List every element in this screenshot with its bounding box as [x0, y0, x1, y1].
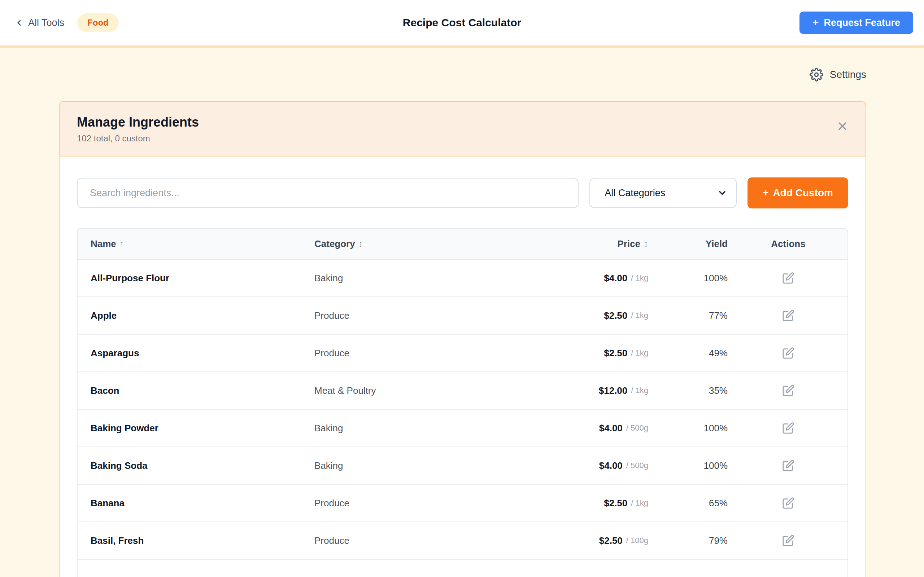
- ingredient-yield: 100%: [648, 460, 742, 471]
- table-row: Baking Powder Baking $4.00 / 500g 100%: [78, 410, 848, 447]
- ingredient-price: $2.50 / 1kg: [495, 310, 648, 321]
- header-left: All Tools Food: [15, 13, 119, 32]
- table-row: All-Purpose Flour Baking $4.00 / 1kg 100…: [78, 259, 848, 297]
- edit-icon: [782, 422, 795, 434]
- price-value: $4.00: [604, 272, 627, 284]
- ingredient-price: $2.50 / 1kg: [495, 348, 648, 359]
- add-custom-button[interactable]: + Add Custom: [748, 177, 848, 208]
- sort-both-icon: ↕: [359, 239, 363, 249]
- ingredient-category: Baking: [314, 423, 495, 434]
- edit-button[interactable]: [782, 347, 795, 359]
- panel-header: Manage Ingredients 102 total, 0 custom: [60, 102, 866, 156]
- ingredient-actions: [742, 272, 835, 284]
- price-unit: / 1kg: [631, 311, 648, 320]
- ingredient-price: $4.00 / 1kg: [495, 272, 648, 284]
- close-button[interactable]: [836, 120, 849, 133]
- ingredient-category: Produce: [314, 535, 495, 546]
- edit-button[interactable]: [782, 497, 795, 509]
- edit-button[interactable]: [782, 422, 795, 434]
- controls-row: All Categories + Add Custom: [77, 177, 848, 208]
- price-value: $4.00: [599, 423, 623, 434]
- gear-icon: [809, 68, 823, 82]
- ingredient-name: Baking Soda: [78, 460, 314, 471]
- panel-subtitle: 102 total, 0 custom: [77, 134, 199, 143]
- edit-icon: [782, 534, 795, 547]
- close-icon: [836, 120, 849, 133]
- edit-button[interactable]: [782, 534, 795, 547]
- category-select-wrap: All Categories: [590, 178, 737, 208]
- ingredient-price: $4.00 / 500g: [495, 423, 648, 434]
- edit-icon: [782, 309, 795, 322]
- edit-button[interactable]: [782, 459, 795, 472]
- column-header-price[interactable]: Price ↕: [495, 239, 648, 250]
- main-content: Settings Manage Ingredients 102 total, 0…: [0, 48, 924, 577]
- category-badge: Food: [77, 13, 119, 32]
- column-header-name[interactable]: Name ↑: [78, 239, 314, 250]
- price-value: $2.50: [604, 348, 627, 359]
- back-link-all-tools[interactable]: All Tools: [15, 17, 64, 29]
- price-unit: / 500g: [626, 423, 648, 433]
- table-overflow-space: [78, 560, 848, 577]
- sort-both-icon: ↕: [644, 239, 648, 249]
- ingredient-category: Produce: [314, 348, 495, 359]
- ingredient-name: Baking Powder: [78, 423, 314, 434]
- panel-header-text: Manage Ingredients 102 total, 0 custom: [77, 115, 199, 143]
- table-row: Basil, Fresh Produce $2.50 / 100g 79%: [78, 522, 848, 560]
- ingredient-actions: [742, 384, 835, 397]
- price-value: $4.00: [599, 460, 623, 471]
- top-header: All Tools Food Recipe Cost Calculator + …: [0, 0, 924, 46]
- ingredient-actions: [742, 422, 835, 434]
- ingredient-actions: [742, 497, 835, 509]
- settings-button[interactable]: Settings: [809, 68, 866, 82]
- chevron-left-icon: [15, 18, 24, 27]
- price-value: $2.50: [599, 535, 623, 546]
- ingredient-yield: 49%: [648, 348, 742, 359]
- price-value: $2.50: [604, 310, 627, 321]
- request-feature-button[interactable]: + Request Feature: [800, 11, 913, 34]
- price-unit: / 1kg: [631, 498, 648, 508]
- column-header-actions: Actions: [742, 239, 835, 250]
- plus-icon: +: [762, 187, 769, 199]
- request-feature-label: Request Feature: [824, 17, 900, 29]
- ingredient-actions: [742, 309, 835, 322]
- table-body: All-Purpose Flour Baking $4.00 / 1kg 100…: [78, 259, 848, 560]
- ingredient-yield: 65%: [648, 498, 742, 509]
- price-value: $12.00: [599, 385, 628, 396]
- ingredient-price: $12.00 / 1kg: [495, 385, 648, 396]
- ingredient-name: Banana: [78, 498, 314, 509]
- ingredient-name: Basil, Fresh: [78, 535, 314, 546]
- ingredient-name: All-Purpose Flour: [78, 272, 314, 284]
- ingredient-yield: 79%: [648, 535, 742, 546]
- ingredients-table: Name ↑ Category ↕ Price ↕ Yield: [77, 228, 848, 577]
- edit-icon: [782, 347, 795, 359]
- ingredient-actions: [742, 347, 835, 359]
- price-unit: / 1kg: [631, 386, 648, 395]
- price-unit: / 100g: [626, 536, 648, 545]
- edit-icon: [782, 384, 795, 397]
- edit-button[interactable]: [782, 309, 795, 322]
- category-select[interactable]: All Categories: [590, 178, 737, 208]
- ingredient-name: Bacon: [78, 385, 314, 396]
- edit-icon: [782, 459, 795, 472]
- manage-ingredients-panel: Manage Ingredients 102 total, 0 custom A…: [59, 101, 866, 577]
- add-custom-label: Add Custom: [773, 187, 833, 199]
- edit-icon: [782, 272, 795, 284]
- edit-icon: [782, 497, 795, 509]
- ingredient-category: Produce: [314, 310, 495, 321]
- ingredient-price: $2.50 / 100g: [495, 535, 648, 546]
- edit-button[interactable]: [782, 384, 795, 397]
- edit-button[interactable]: [782, 272, 795, 284]
- column-header-category[interactable]: Category ↕: [314, 239, 495, 250]
- ingredient-name: Apple: [78, 310, 314, 321]
- price-unit: / 500g: [626, 461, 648, 470]
- search-input[interactable]: [77, 178, 578, 208]
- ingredient-price: $4.00 / 500g: [495, 460, 648, 471]
- ingredient-category: Produce: [314, 498, 495, 509]
- ingredient-category: Baking: [314, 272, 495, 284]
- table-row: Baking Soda Baking $4.00 / 500g 100%: [78, 447, 848, 485]
- price-unit: / 1kg: [631, 273, 648, 283]
- ingredient-yield: 100%: [648, 423, 742, 434]
- ingredient-yield: 77%: [648, 310, 742, 321]
- price-unit: / 1kg: [631, 348, 648, 358]
- table-row: Bacon Meat & Poultry $12.00 / 1kg 35%: [78, 372, 848, 410]
